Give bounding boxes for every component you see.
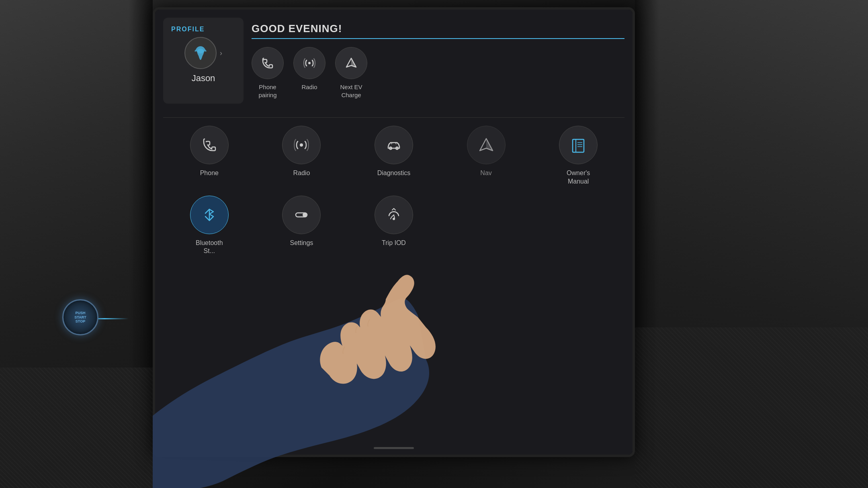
- greeting-area: GOOD EVENING! Phonepairing: [252, 18, 624, 104]
- book-icon: [569, 136, 587, 154]
- avatar[interactable]: [184, 37, 217, 69]
- start-button-engine: START: [74, 315, 86, 320]
- bluetooth-grid-icon-circle: [190, 196, 229, 234]
- phone-pairing-button[interactable]: Phonepairing: [252, 47, 284, 99]
- phone-grid-icon: [201, 136, 218, 154]
- nav-grid-label: Nav: [480, 169, 491, 178]
- profile-panel[interactable]: PROFILE › Jason: [163, 18, 244, 104]
- profile-chevron-icon[interactable]: ›: [220, 49, 222, 57]
- main-grid: Phone Radio: [163, 126, 624, 255]
- profile-username: Jason: [192, 73, 215, 84]
- screen-top-area: PROFILE › Jason GOOD EVENING!: [163, 18, 624, 104]
- radio-grid-icon: [293, 136, 310, 154]
- radio-grid-button[interactable]: Radio: [260, 126, 344, 186]
- phone-icon: [260, 56, 275, 70]
- svg-point-0: [197, 49, 204, 53]
- diagnostics-icon: [385, 136, 403, 154]
- owners-manual-grid-icon-circle: [559, 126, 598, 164]
- toggle-icon: [293, 206, 310, 224]
- radio-quick-button[interactable]: Radio: [293, 47, 326, 99]
- svg-point-1: [308, 62, 311, 64]
- phone-grid-icon-circle: [190, 126, 229, 164]
- radio-icon: [302, 56, 317, 70]
- phone-grid-label: Phone: [200, 169, 219, 178]
- diagnostics-grid-button[interactable]: Diagnostics: [352, 126, 436, 186]
- navigation-icon: [344, 56, 358, 70]
- greeting-text: GOOD EVENING!: [252, 22, 624, 39]
- bluetooth-grid-button[interactable]: BluetoothSt...: [167, 196, 252, 256]
- radio-grid-icon-circle: [282, 126, 321, 164]
- trip-iod-grid-icon-circle: [375, 196, 413, 234]
- trip-iod-grid-label: Trip IOD: [382, 239, 406, 247]
- settings-grid-button[interactable]: Settings: [260, 196, 344, 256]
- owners-manual-grid-button[interactable]: Owner'sManual: [536, 126, 620, 186]
- profile-label: PROFILE: [171, 26, 205, 33]
- carbon-fiber-right: [635, 327, 868, 488]
- trip-icon: [385, 206, 403, 224]
- mustang-logo-icon: [190, 43, 211, 63]
- nav-grid-button[interactable]: Nav: [444, 126, 528, 186]
- screen-bezel: PROFILE › Jason GOOD EVENING!: [153, 7, 635, 457]
- phone-pairing-label: Phonepairing: [258, 83, 276, 99]
- trip-iod-grid-button[interactable]: Trip IOD: [352, 196, 436, 256]
- nav-grid-icon-circle: [467, 126, 506, 164]
- svg-point-4: [300, 143, 303, 147]
- owners-manual-grid-label: Owner'sManual: [567, 169, 590, 186]
- svg-rect-9: [573, 139, 584, 152]
- quick-actions-row: Phonepairing: [252, 47, 624, 99]
- settings-grid-label: Settings: [290, 239, 313, 247]
- settings-grid-icon-circle: [282, 196, 321, 234]
- next-ev-charge-button[interactable]: Next EVCharge: [335, 47, 367, 99]
- diagnostics-grid-label: Diagnostics: [377, 169, 411, 178]
- next-ev-charge-label: Next EVCharge: [340, 83, 362, 99]
- bluetooth-grid-label: BluetoothSt...: [196, 239, 223, 256]
- diagnostics-grid-icon-circle: [375, 126, 413, 164]
- infotainment-screen: PROFILE › Jason GOOD EVENING!: [155, 10, 633, 455]
- svg-point-16: [393, 218, 395, 220]
- carbon-fiber-left: [0, 368, 153, 488]
- screen-nav-bar: [374, 447, 414, 449]
- next-ev-charge-icon-circle: [335, 47, 367, 79]
- start-stop-button[interactable]: PUSH START STOP: [62, 299, 98, 335]
- phone-grid-button[interactable]: Phone: [167, 126, 252, 186]
- divider-line: [163, 117, 624, 118]
- start-button-stop: STOP: [76, 319, 85, 324]
- phone-pairing-icon-circle: [252, 47, 284, 79]
- radio-icon-circle: [293, 47, 326, 79]
- radio-quick-label: Radio: [301, 83, 317, 91]
- profile-avatar-wrapper: ›: [171, 37, 235, 69]
- start-button-text: PUSH: [75, 311, 85, 315]
- bluetooth-icon: [201, 206, 218, 224]
- radio-grid-label: Radio: [293, 169, 310, 178]
- svg-point-15: [303, 213, 307, 217]
- nav-icon: [477, 136, 495, 154]
